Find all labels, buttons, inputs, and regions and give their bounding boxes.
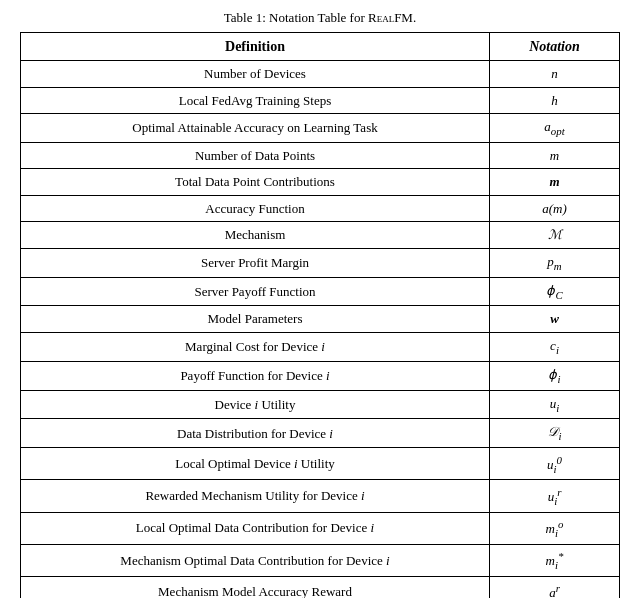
notation-cell: ui0 xyxy=(490,448,620,480)
definition-cell: Data Distribution for Device i xyxy=(21,419,490,448)
table-row: Accuracy Functiona(m) xyxy=(21,195,620,222)
definition-cell: Number of Devices xyxy=(21,61,490,88)
table-row: Number of Data Pointsm xyxy=(21,142,620,169)
col-notation: Notation xyxy=(490,33,620,61)
definition-cell: Server Payoff Function xyxy=(21,277,490,306)
table-row: Rewarded Mechanism Utility for Device iu… xyxy=(21,480,620,512)
table-row: Total Data Point Contributionsm xyxy=(21,169,620,196)
definition-cell: Marginal Cost for Device i xyxy=(21,332,490,361)
table-row: Mechanismℳ xyxy=(21,222,620,249)
definition-cell: Mechanism xyxy=(21,222,490,249)
notation-cell: h xyxy=(490,87,620,114)
notation-cell: ϕi xyxy=(490,361,620,390)
table-row: Model Parametersw xyxy=(21,306,620,333)
notation-cell: ar xyxy=(490,576,620,598)
definition-cell: Number of Data Points xyxy=(21,142,490,169)
notation-cell: ϕC xyxy=(490,277,620,306)
definition-cell: Device i Utility xyxy=(21,390,490,419)
notation-cell: mio xyxy=(490,512,620,544)
definition-cell: Optimal Attainable Accuracy on Learning … xyxy=(21,114,490,143)
table-row: Number of Devicesn xyxy=(21,61,620,88)
notation-cell: pm xyxy=(490,248,620,277)
definition-cell: Local Optimal Data Contribution for Devi… xyxy=(21,512,490,544)
notation-cell: a(m) xyxy=(490,195,620,222)
table-row: Device i Utilityui xyxy=(21,390,620,419)
notation-cell: aopt xyxy=(490,114,620,143)
notation-cell: m xyxy=(490,169,620,196)
table-row: Mechanism Optimal Data Contribution for … xyxy=(21,544,620,576)
notation-table: Definition Notation Number of DevicesnLo… xyxy=(20,32,620,598)
notation-cell: mi* xyxy=(490,544,620,576)
definition-cell: Accuracy Function xyxy=(21,195,490,222)
notation-cell: 𝒟i xyxy=(490,419,620,448)
definition-cell: Total Data Point Contributions xyxy=(21,169,490,196)
definition-cell: Mechanism Model Accuracy Reward xyxy=(21,576,490,598)
notation-cell: ℳ xyxy=(490,222,620,249)
table-row: Server Profit Marginpm xyxy=(21,248,620,277)
notation-cell: ui xyxy=(490,390,620,419)
definition-cell: Local FedAvg Training Steps xyxy=(21,87,490,114)
table-row: Server Payoff FunctionϕC xyxy=(21,277,620,306)
definition-cell: Local Optimal Device i Utility xyxy=(21,448,490,480)
notation-cell: uir xyxy=(490,480,620,512)
notation-cell: w xyxy=(490,306,620,333)
table-row: Payoff Function for Device iϕi xyxy=(21,361,620,390)
definition-cell: Rewarded Mechanism Utility for Device i xyxy=(21,480,490,512)
col-definition: Definition xyxy=(21,33,490,61)
notation-cell: ci xyxy=(490,332,620,361)
table-row: Local Optimal Device i Utilityui0 xyxy=(21,448,620,480)
definition-cell: Model Parameters xyxy=(21,306,490,333)
notation-cell: n xyxy=(490,61,620,88)
table-row: Local Optimal Data Contribution for Devi… xyxy=(21,512,620,544)
table-row: Mechanism Model Accuracy Rewardar xyxy=(21,576,620,598)
table-row: Data Distribution for Device i𝒟i xyxy=(21,419,620,448)
table-row: Optimal Attainable Accuracy on Learning … xyxy=(21,114,620,143)
table-row: Marginal Cost for Device ici xyxy=(21,332,620,361)
table-title: Table 1: Notation Table for RealFM. xyxy=(20,10,620,26)
table-row: Local FedAvg Training Stepsh xyxy=(21,87,620,114)
notation-cell: m xyxy=(490,142,620,169)
definition-cell: Server Profit Margin xyxy=(21,248,490,277)
definition-cell: Payoff Function for Device i xyxy=(21,361,490,390)
definition-cell: Mechanism Optimal Data Contribution for … xyxy=(21,544,490,576)
